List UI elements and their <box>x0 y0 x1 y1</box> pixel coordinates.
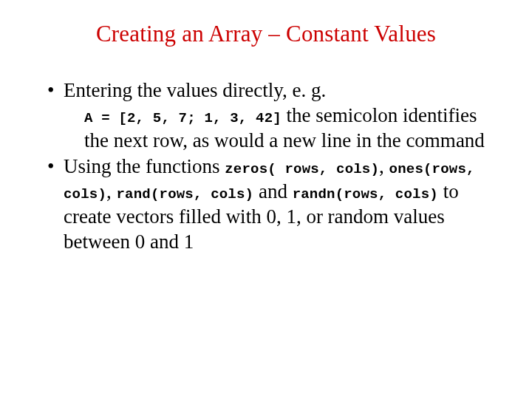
bullet-entering-sub: A = [2, 5, 7; 1, 3, 42] the semicolon id… <box>64 103 497 154</box>
sep: , <box>379 155 389 177</box>
bullet-entering-lead: Entering the values directly, e. g. <box>64 79 326 101</box>
slide-title: Creating an Array – Constant Values <box>35 21 497 47</box>
bullet-functions-lead: Using the functions <box>64 155 225 177</box>
code-array-literal: A = [2, 5, 7; 1, 3, 42] <box>84 110 282 126</box>
slide: Creating an Array – Constant Values Ente… <box>0 0 532 399</box>
bullet-entering: Entering the values directly, e. g. A = … <box>47 78 497 153</box>
code-randn: randn(rows, cols) <box>293 186 438 202</box>
and: and <box>253 180 292 202</box>
bullet-functions: Using the functions zeros( rows, cols), … <box>47 154 497 254</box>
sep: , <box>106 180 117 202</box>
code-rand: rand(rows, cols) <box>117 186 254 202</box>
code-zeros: zeros( rows, cols) <box>225 161 379 177</box>
bullet-list: Entering the values directly, e. g. A = … <box>35 78 497 254</box>
